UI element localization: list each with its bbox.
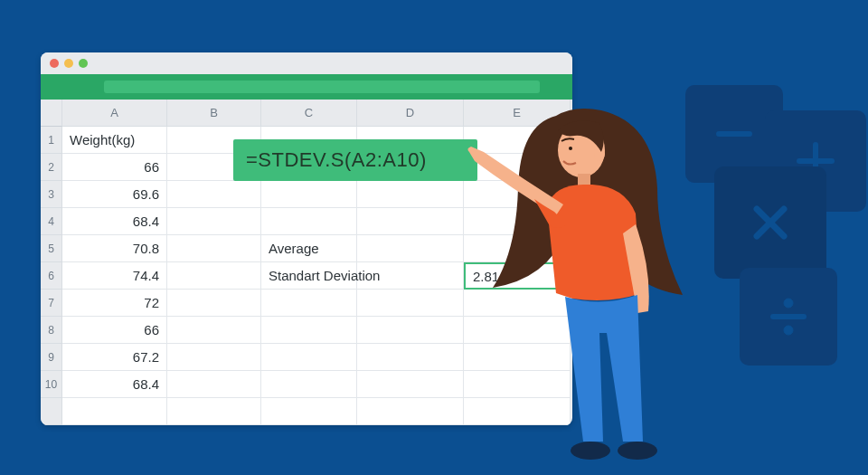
cell-b6[interactable] (167, 262, 261, 290)
cell-c11[interactable] (261, 398, 357, 425)
row-num[interactable]: 5 (41, 235, 62, 262)
svg-rect-10 (578, 174, 590, 186)
svg-point-11 (571, 442, 610, 460)
person-illustration (448, 98, 737, 475)
row-num[interactable]: 2 (41, 154, 62, 181)
row-num[interactable]: 1 (41, 127, 62, 154)
col-header-c[interactable]: C (261, 100, 357, 127)
row-num[interactable]: 10 (41, 371, 62, 398)
formula-overlay: =STDEV.S(A2:A10) (233, 139, 477, 181)
cell-b3[interactable] (167, 181, 261, 208)
row-num[interactable]: 3 (41, 181, 62, 208)
svg-point-5 (784, 299, 793, 308)
cell-b9[interactable] (167, 344, 261, 371)
cell-c3[interactable] (261, 181, 357, 208)
svg-point-12 (618, 442, 657, 460)
cell-a10[interactable]: 68.4 (62, 371, 167, 398)
row-num[interactable]: 6 (41, 262, 62, 290)
cell-a6[interactable]: 74.4 (62, 262, 167, 290)
toolbar (41, 74, 572, 100)
cell-b11[interactable] (167, 398, 261, 425)
cell-a3[interactable]: 69.6 (62, 181, 167, 208)
cell-a9[interactable]: 67.2 (62, 344, 167, 371)
corner-cell (41, 100, 62, 127)
minimize-icon[interactable] (64, 59, 73, 68)
row-num[interactable]: 8 (41, 317, 62, 344)
cell-c7[interactable] (261, 290, 357, 317)
toolbar-strip (104, 81, 540, 93)
cell-a5[interactable]: 70.8 (62, 235, 167, 262)
svg-point-13 (569, 147, 572, 150)
row-num[interactable] (41, 398, 62, 425)
cell-a1[interactable]: Weight(kg) (62, 127, 167, 154)
cell-a11[interactable] (62, 398, 167, 425)
cell-a4[interactable]: 68.4 (62, 208, 167, 235)
cell-a2[interactable]: 66 (62, 154, 167, 181)
cell-c5[interactable]: Average (261, 235, 357, 262)
cell-c4[interactable] (261, 208, 357, 235)
cell-a8[interactable]: 66 (62, 317, 167, 344)
row-num[interactable]: 9 (41, 344, 62, 371)
cell-b7[interactable] (167, 290, 261, 317)
row-num[interactable]: 4 (41, 208, 62, 235)
cell-b4[interactable] (167, 208, 261, 235)
cell-b5[interactable] (167, 235, 261, 262)
cell-a7[interactable]: 72 (62, 290, 167, 317)
col-header-b[interactable]: B (167, 100, 261, 127)
cell-c6[interactable]: Standart Deviation (261, 262, 357, 290)
maximize-icon[interactable] (79, 59, 88, 68)
col-header-a[interactable]: A (62, 100, 167, 127)
cell-b10[interactable] (167, 371, 261, 398)
row-num[interactable]: 7 (41, 290, 62, 317)
cell-c8[interactable] (261, 317, 357, 344)
titlebar (41, 52, 572, 74)
svg-point-7 (784, 326, 793, 335)
calc-tile-divide-icon (740, 268, 837, 366)
cell-c10[interactable] (261, 371, 357, 398)
cell-c9[interactable] (261, 344, 357, 371)
close-icon[interactable] (50, 59, 59, 68)
cell-b8[interactable] (167, 317, 261, 344)
